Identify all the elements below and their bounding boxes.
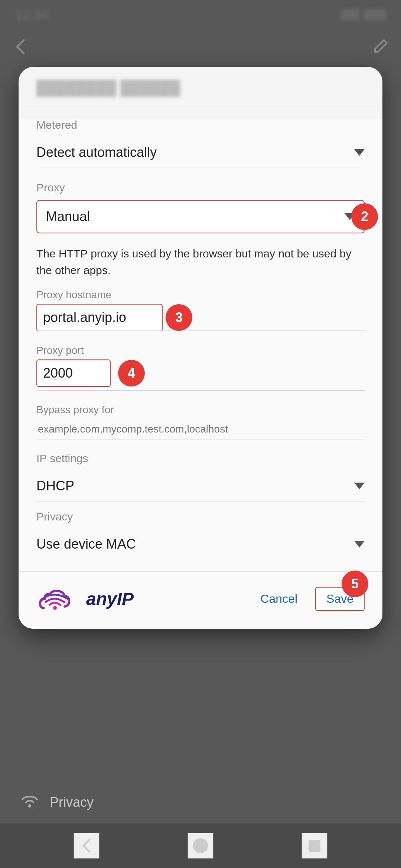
bypass-proxy-group: Bypass proxy for xyxy=(36,404,365,440)
ip-settings-chevron-icon xyxy=(354,483,365,489)
back-button[interactable] xyxy=(74,833,100,859)
anyip-brand-text: anyIP xyxy=(86,589,134,609)
network-settings-dialog: ████████ ██████ Metered Detect automatic… xyxy=(19,67,382,629)
metered-value: Detect automatically xyxy=(36,145,157,160)
privacy-label: Privacy xyxy=(36,510,365,523)
ip-settings-label: IP settings xyxy=(36,452,365,465)
edit-nav-icon[interactable] xyxy=(371,37,390,60)
anyip-logo: anyIP xyxy=(36,582,134,615)
proxy-dropdown-wrapper: Manual 2 xyxy=(36,200,365,233)
wifi-bg-icon xyxy=(19,792,41,812)
svg-point-2 xyxy=(193,838,208,853)
bypass-proxy-input[interactable] xyxy=(36,419,365,440)
step-badge-4: 4 xyxy=(118,360,145,387)
proxy-hostname-input[interactable] xyxy=(36,304,163,331)
anyip-cloud-icon xyxy=(36,582,85,615)
proxy-port-input[interactable] xyxy=(36,359,111,387)
metered-label: Metered xyxy=(36,119,365,131)
background-content: Privacy xyxy=(0,781,401,823)
dialog-footer: anyIP Cancel Save 5 xyxy=(19,571,382,629)
proxy-label: Proxy xyxy=(36,181,365,194)
background-label: Privacy xyxy=(50,795,94,810)
svg-point-0 xyxy=(28,805,31,808)
home-button[interactable] xyxy=(188,833,213,859)
privacy-value: Use device MAC xyxy=(36,536,136,552)
metered-chevron-icon xyxy=(354,149,365,156)
dialog-content: Metered Detect automatically Proxy Manua… xyxy=(19,119,382,571)
footer-buttons: Cancel Save 5 xyxy=(253,587,365,611)
dialog-header: ████████ ██████ xyxy=(19,67,382,105)
bypass-proxy-label: Bypass proxy for xyxy=(36,404,365,416)
ip-settings-value: DHCP xyxy=(36,478,74,494)
metered-dropdown[interactable]: Detect automatically xyxy=(36,137,365,168)
svg-point-1 xyxy=(53,606,57,610)
proxy-port-label: Proxy port xyxy=(36,345,365,356)
proxy-hostname-group: Proxy hostname 3 xyxy=(36,289,365,331)
proxy-hostname-label: Proxy hostname xyxy=(36,289,365,301)
privacy-chevron-icon xyxy=(354,541,365,548)
save-button-wrapper: Save 5 xyxy=(315,587,365,611)
proxy-dropdown[interactable]: Manual xyxy=(36,200,365,233)
bottom-navigation-bar xyxy=(0,823,401,868)
svg-rect-3 xyxy=(309,840,320,852)
proxy-port-group: Proxy port 4 xyxy=(36,345,365,391)
step-badge-5: 5 xyxy=(342,571,368,597)
proxy-info-text: The HTTP proxy is used by the browser bu… xyxy=(36,245,365,279)
cancel-button[interactable]: Cancel xyxy=(253,588,305,610)
back-nav-icon[interactable] xyxy=(11,37,30,60)
privacy-dropdown[interactable]: Use device MAC xyxy=(36,529,365,559)
dialog-title: ████████ ██████ xyxy=(36,80,365,96)
proxy-value: Manual xyxy=(46,209,90,224)
step-badge-2: 2 xyxy=(351,203,378,230)
step-badge-3: 3 xyxy=(166,304,192,331)
recents-button[interactable] xyxy=(301,833,327,859)
ip-settings-dropdown[interactable]: DHCP xyxy=(36,471,365,502)
